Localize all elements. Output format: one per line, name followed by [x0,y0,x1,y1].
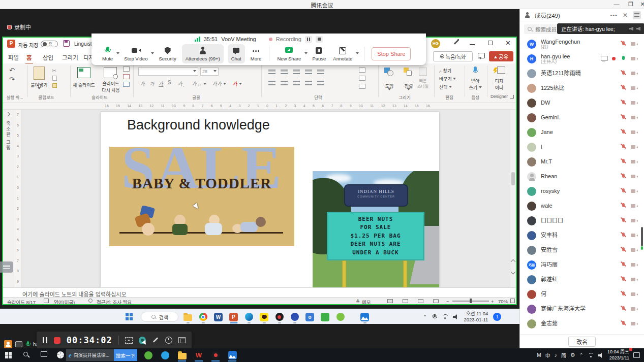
volume-icon[interactable] [453,314,458,319]
camera-off-icon[interactable] [631,85,638,91]
scrollbar-thumb[interactable] [511,172,515,185]
recording-pause-button[interactable] [305,36,312,43]
recording-stop-button[interactable] [316,36,323,43]
record-button[interactable]: 녹음/녹화 [433,51,473,61]
recorder-pause-button[interactable] [43,337,48,343]
camera-off-icon[interactable] [631,71,638,76]
text-shadow-button[interactable]: 가˯ [178,80,185,87]
mute-button[interactable]: Mute [99,44,116,63]
camera-off-icon[interactable] [631,306,638,312]
file-explorer-icon[interactable] [176,349,188,361]
normal-view-icon[interactable] [387,299,393,303]
slide-scrollbar[interactable] [510,110,516,287]
panel-menu-icon[interactable] [633,11,641,19]
camera-off-icon[interactable] [631,277,638,282]
font-name-combobox[interactable] [138,68,198,76]
clock[interactable]: 10:04 周三 2023/1/11 [607,349,629,361]
screen-recorder-icon[interactable] [209,349,222,361]
member-row[interactable]: 英语1211陈雨晴 [520,66,644,81]
attendees-99-button[interactable]: Attendees (99+) [182,44,224,63]
hidden-icons-chevron[interactable]: ⌃ [423,314,427,320]
clock[interactable]: 오전 11:04 2023-01-11 [464,311,488,323]
expand-thumbnails-icon[interactable] [6,112,10,116]
reading-view-icon[interactable] [418,299,423,303]
smartart-icon[interactable] [359,84,365,89]
change-case-button[interactable]: 가가 [212,80,226,87]
align-center-icon[interactable] [281,80,288,85]
action-center-icon[interactable] [633,352,640,358]
mic-off-icon[interactable] [620,247,626,253]
start-button[interactable] [126,313,133,320]
camera-off-icon[interactable] [631,115,638,120]
voov-dock-handle[interactable] [0,261,13,273]
region-select-icon[interactable] [125,337,133,344]
member-row[interactable]: Gemini. [520,110,644,125]
camera-off-icon[interactable] [631,291,638,297]
accessibility-icon[interactable] [88,299,93,303]
dictate-button[interactable]: 받아 [471,79,480,84]
windows-capture-icon[interactable] [178,337,186,343]
pause-button[interactable]: Pause [309,44,329,63]
camera-off-icon[interactable] [631,100,638,106]
reset-icon[interactable] [123,74,130,79]
panel-close-icon[interactable]: ✕ [623,12,628,19]
ppt-maximize-button[interactable] [488,41,493,45]
camera-off-icon[interactable] [631,159,638,164]
wifi-icon[interactable] [442,314,448,319]
mic-off-icon[interactable] [620,158,626,165]
strikethrough-button[interactable]: S [168,80,171,85]
tab-draw[interactable]: 그리기 [62,53,78,61]
fit-slide-icon[interactable] [510,299,515,303]
member-row[interactable]: 郭遂红 [520,272,644,287]
columns-icon[interactable] [317,80,324,85]
mic-off-icon[interactable] [620,203,626,209]
powerpoint-icon[interactable]: P [228,311,239,323]
slideshow-icon[interactable] [433,299,439,303]
font-color-button[interactable]: 가 [233,80,242,87]
mic-off-icon[interactable] [620,173,626,180]
zoom-slider-thumb[interactable] [470,299,472,303]
camera-off-icon[interactable] [631,321,638,326]
mic-off-icon[interactable] [620,232,626,239]
recorder-icon[interactable] [273,311,285,323]
camera-off-icon[interactable] [631,203,638,209]
ime-icon[interactable]: M [537,352,541,358]
spellcheck-icon[interactable] [44,299,49,303]
save-icon[interactable] [63,40,70,47]
microphone-tray-icon[interactable] [432,314,437,320]
reuse-slides-button[interactable]: 슬라이드 [102,81,119,86]
member-row[interactable]: Rhean [520,169,644,184]
mic-off-icon[interactable] [620,320,626,327]
new-share-button[interactable]: New Share [273,44,304,63]
mic-off-icon[interactable] [620,41,626,47]
green-shield-icon[interactable] [142,349,155,361]
slide-canvas[interactable]: Background knowledge SALE BABY & TODDLER [21,110,510,287]
camera-off-icon[interactable] [631,144,638,150]
ppt-close-button[interactable]: ✕ [505,39,511,47]
comments-icon[interactable] [478,53,485,58]
member-row[interactable]: 寒侯广东海洋大学 [520,302,644,316]
member-row[interactable]: 金志茹 [520,316,644,331]
zoom-icon[interactable] [289,311,300,323]
designer-button[interactable]: 디자 [495,79,504,84]
bullets-icon[interactable] [268,69,275,74]
font-size-combobox[interactable]: 28 [200,68,219,76]
select-button[interactable]: 선택 [439,84,462,90]
zoom-level[interactable]: 70% [498,299,508,304]
accessibility-status[interactable]: 접근성: 조사 필요 [97,299,132,304]
ime-mode-icon[interactable]: 简 [561,351,566,359]
copy-icon[interactable] [52,76,57,81]
quick-styles-button[interactable]: 빠른 [419,79,427,83]
new-slide-icon[interactable] [77,67,90,78]
task-view-icon[interactable] [41,351,47,357]
member-row[interactable]: Mr.T [520,154,644,169]
mic-off-icon[interactable] [620,114,626,121]
align-text-icon[interactable] [359,76,365,81]
baby-toddler-sale-image[interactable]: SALE BABY & TODDLER [109,147,294,246]
collapse-ribbon-icon[interactable] [510,95,514,98]
word-icon[interactable]: W [212,311,224,323]
member-row[interactable]: WWangFengchun(我) [520,37,644,51]
blue-swan-icon[interactable] [159,349,171,361]
beer-nuts-sign-image[interactable]: INDIAN HILLS COMMUNITY CENTER BEER NUTSF… [313,171,439,287]
gear-icon[interactable]: ⚙ [570,352,575,358]
